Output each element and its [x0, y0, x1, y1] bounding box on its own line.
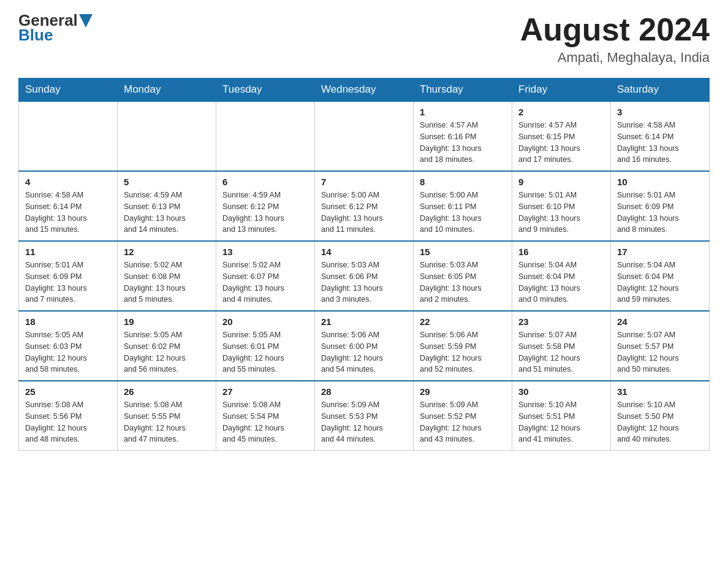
- day-number: 26: [124, 386, 210, 397]
- day-number: 31: [617, 386, 703, 397]
- svg-marker-0: [79, 14, 93, 28]
- calendar-cell: 15Sunrise: 5:03 AMSunset: 6:05 PMDayligh…: [414, 241, 512, 311]
- calendar-cell: 22Sunrise: 5:06 AMSunset: 5:59 PMDayligh…: [414, 311, 512, 381]
- day-info: Sunrise: 4:57 AMSunset: 6:15 PMDaylight:…: [518, 120, 604, 166]
- day-info: Sunrise: 5:07 AMSunset: 5:57 PMDaylight:…: [617, 329, 703, 375]
- day-number: 20: [222, 316, 308, 327]
- day-number: 24: [617, 316, 703, 327]
- day-info: Sunrise: 5:03 AMSunset: 6:05 PMDaylight:…: [420, 259, 506, 305]
- day-info: Sunrise: 5:10 AMSunset: 5:50 PMDaylight:…: [617, 399, 703, 445]
- day-number: 14: [321, 247, 407, 257]
- day-number: 16: [518, 247, 604, 257]
- calendar-cell: 26Sunrise: 5:08 AMSunset: 5:55 PMDayligh…: [118, 381, 216, 451]
- calendar-cell: 12Sunrise: 5:02 AMSunset: 6:08 PMDayligh…: [118, 241, 216, 311]
- calendar-cell: [216, 101, 315, 171]
- day-number: 15: [420, 247, 506, 257]
- calendar-cell: 4Sunrise: 4:58 AMSunset: 6:14 PMDaylight…: [19, 171, 118, 241]
- day-number: 23: [518, 316, 604, 327]
- day-info: Sunrise: 5:05 AMSunset: 6:03 PMDaylight:…: [25, 329, 111, 375]
- day-number: 6: [222, 177, 308, 187]
- day-number: 10: [617, 177, 703, 187]
- day-info: Sunrise: 4:57 AMSunset: 6:16 PMDaylight:…: [420, 120, 506, 166]
- day-number: 18: [25, 316, 111, 327]
- day-number: 21: [321, 316, 407, 327]
- day-info: Sunrise: 5:02 AMSunset: 6:07 PMDaylight:…: [222, 259, 308, 305]
- calendar-cell: 5Sunrise: 4:59 AMSunset: 6:13 PMDaylight…: [118, 171, 216, 241]
- day-number: 12: [124, 247, 210, 257]
- title-area: August 2024 Ampati, Meghalaya, India: [520, 12, 710, 66]
- day-number: 4: [25, 177, 111, 187]
- day-info: Sunrise: 5:08 AMSunset: 5:54 PMDaylight:…: [222, 399, 308, 445]
- day-info: Sunrise: 5:09 AMSunset: 5:52 PMDaylight:…: [420, 399, 506, 445]
- calendar-cell: 24Sunrise: 5:07 AMSunset: 5:57 PMDayligh…: [611, 311, 710, 381]
- calendar-cell: 13Sunrise: 5:02 AMSunset: 6:07 PMDayligh…: [216, 241, 315, 311]
- header-friday: Friday: [512, 79, 611, 102]
- week-row-1: 1Sunrise: 4:57 AMSunset: 6:16 PMDaylight…: [19, 101, 710, 171]
- calendar-cell: 29Sunrise: 5:09 AMSunset: 5:52 PMDayligh…: [414, 381, 512, 451]
- header-monday: Monday: [118, 79, 216, 102]
- day-number: 5: [124, 177, 210, 187]
- logo-triangle-icon: [79, 14, 93, 28]
- calendar-cell: 2Sunrise: 4:57 AMSunset: 6:15 PMDaylight…: [512, 101, 611, 171]
- day-number: 11: [25, 247, 111, 257]
- header-tuesday: Tuesday: [216, 79, 315, 102]
- day-info: Sunrise: 5:00 AMSunset: 6:12 PMDaylight:…: [321, 190, 407, 236]
- day-info: Sunrise: 5:04 AMSunset: 6:04 PMDaylight:…: [518, 259, 604, 305]
- day-number: 25: [25, 386, 111, 397]
- day-info: Sunrise: 4:58 AMSunset: 6:14 PMDaylight:…: [617, 120, 703, 166]
- day-number: 19: [124, 316, 210, 327]
- day-info: Sunrise: 5:02 AMSunset: 6:08 PMDaylight:…: [124, 259, 210, 305]
- logo: General Blue: [18, 12, 93, 43]
- day-info: Sunrise: 4:59 AMSunset: 6:13 PMDaylight:…: [124, 190, 210, 236]
- day-info: Sunrise: 5:05 AMSunset: 6:02 PMDaylight:…: [124, 329, 210, 375]
- day-number: 17: [617, 247, 703, 257]
- calendar-cell: 21Sunrise: 5:06 AMSunset: 6:00 PMDayligh…: [315, 311, 414, 381]
- day-number: 7: [321, 177, 407, 187]
- header-thursday: Thursday: [414, 79, 512, 102]
- calendar-cell: 6Sunrise: 4:59 AMSunset: 6:12 PMDaylight…: [216, 171, 315, 241]
- day-number: 30: [518, 386, 604, 397]
- calendar-cell: 10Sunrise: 5:01 AMSunset: 6:09 PMDayligh…: [611, 171, 710, 241]
- calendar-cell: 20Sunrise: 5:05 AMSunset: 6:01 PMDayligh…: [216, 311, 315, 381]
- calendar-cell: 18Sunrise: 5:05 AMSunset: 6:03 PMDayligh…: [19, 311, 118, 381]
- day-number: 29: [420, 386, 506, 397]
- week-row-4: 18Sunrise: 5:05 AMSunset: 6:03 PMDayligh…: [19, 311, 710, 381]
- calendar-cell: 19Sunrise: 5:05 AMSunset: 6:02 PMDayligh…: [118, 311, 216, 381]
- calendar-cell: 23Sunrise: 5:07 AMSunset: 5:58 PMDayligh…: [512, 311, 611, 381]
- day-number: 9: [518, 177, 604, 187]
- calendar-cell: 27Sunrise: 5:08 AMSunset: 5:54 PMDayligh…: [216, 381, 315, 451]
- week-row-3: 11Sunrise: 5:01 AMSunset: 6:09 PMDayligh…: [19, 241, 710, 311]
- day-number: 27: [222, 386, 308, 397]
- header-sunday: Sunday: [19, 79, 118, 102]
- day-info: Sunrise: 4:58 AMSunset: 6:14 PMDaylight:…: [25, 190, 111, 236]
- week-row-2: 4Sunrise: 4:58 AMSunset: 6:14 PMDaylight…: [19, 171, 710, 241]
- day-number: 3: [617, 107, 703, 117]
- calendar-table: SundayMondayTuesdayWednesdayThursdayFrid…: [18, 78, 710, 451]
- calendar-cell: 1Sunrise: 4:57 AMSunset: 6:16 PMDaylight…: [414, 101, 512, 171]
- day-info: Sunrise: 5:07 AMSunset: 5:58 PMDaylight:…: [518, 329, 604, 375]
- calendar-cell: 11Sunrise: 5:01 AMSunset: 6:09 PMDayligh…: [19, 241, 118, 311]
- day-info: Sunrise: 5:08 AMSunset: 5:56 PMDaylight:…: [25, 399, 111, 445]
- day-info: Sunrise: 5:09 AMSunset: 5:53 PMDaylight:…: [321, 399, 407, 445]
- month-title: August 2024: [520, 12, 710, 47]
- calendar-cell: 30Sunrise: 5:10 AMSunset: 5:51 PMDayligh…: [512, 381, 611, 451]
- day-info: Sunrise: 5:06 AMSunset: 5:59 PMDaylight:…: [420, 329, 506, 375]
- day-info: Sunrise: 5:06 AMSunset: 6:00 PMDaylight:…: [321, 329, 407, 375]
- day-number: 1: [420, 107, 506, 117]
- calendar-cell: 16Sunrise: 5:04 AMSunset: 6:04 PMDayligh…: [512, 241, 611, 311]
- calendar-cell: 31Sunrise: 5:10 AMSunset: 5:50 PMDayligh…: [611, 381, 710, 451]
- logo-blue-text: Blue: [18, 27, 53, 43]
- day-info: Sunrise: 5:00 AMSunset: 6:11 PMDaylight:…: [420, 190, 506, 236]
- page-header: General Blue August 2024 Ampati, Meghala…: [18, 12, 710, 66]
- day-info: Sunrise: 5:01 AMSunset: 6:09 PMDaylight:…: [617, 190, 703, 236]
- header-saturday: Saturday: [611, 79, 710, 102]
- day-info: Sunrise: 5:03 AMSunset: 6:06 PMDaylight:…: [321, 259, 407, 305]
- calendar-cell: 9Sunrise: 5:01 AMSunset: 6:10 PMDaylight…: [512, 171, 611, 241]
- calendar-cell: 8Sunrise: 5:00 AMSunset: 6:11 PMDaylight…: [414, 171, 512, 241]
- day-info: Sunrise: 5:08 AMSunset: 5:55 PMDaylight:…: [124, 399, 210, 445]
- calendar-cell: 28Sunrise: 5:09 AMSunset: 5:53 PMDayligh…: [315, 381, 414, 451]
- day-info: Sunrise: 5:10 AMSunset: 5:51 PMDaylight:…: [518, 399, 604, 445]
- calendar-cell: [118, 101, 216, 171]
- day-number: 13: [222, 247, 308, 257]
- calendar-cell: 25Sunrise: 5:08 AMSunset: 5:56 PMDayligh…: [19, 381, 118, 451]
